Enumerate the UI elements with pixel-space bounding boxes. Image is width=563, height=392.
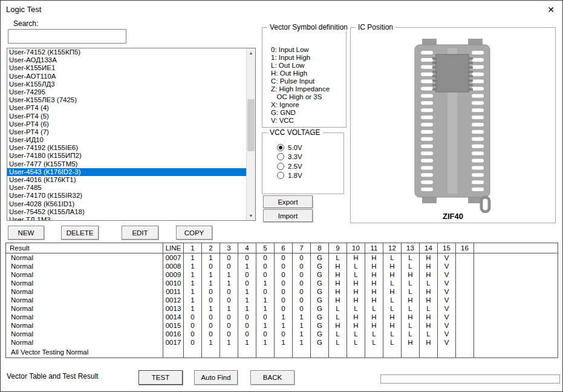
list-item[interactable]: User-75452 (К155ЛА18) — [7, 208, 246, 216]
new-button[interactable]: NEW — [8, 226, 44, 240]
pin-cell: G — [311, 304, 329, 313]
vector-symbol-line: X: Ignore — [271, 101, 343, 109]
scroll-down-icon[interactable]: ▼ — [247, 211, 255, 220]
list-item[interactable]: User-РТ4 (7) — [7, 128, 246, 136]
pin-cell: H — [329, 287, 347, 296]
list-item[interactable]: User-ИД10 — [7, 136, 246, 144]
edit-button[interactable]: EDIT — [122, 226, 158, 240]
list-item[interactable]: User-К155ИЕ1 — [7, 64, 246, 72]
list-item[interactable]: User-4028 (К561ID1) — [7, 200, 246, 208]
radio-icon[interactable] — [277, 153, 284, 160]
list-item[interactable]: User-РТ4 (5) — [7, 113, 246, 120]
pin-cell — [456, 287, 474, 296]
line-cell: 0007 — [163, 253, 184, 262]
pin-cell: H — [402, 338, 420, 347]
pin-cell: 1 — [184, 253, 202, 262]
list-item[interactable]: User-7485 — [7, 184, 246, 192]
copy-button[interactable]: COPY — [176, 226, 212, 240]
pin-cell: H — [329, 321, 347, 330]
close-button[interactable]: ✕ — [544, 3, 558, 16]
pin-cell — [347, 347, 365, 358]
pin-cell: H — [420, 287, 438, 296]
scroll-thumb[interactable] — [247, 99, 255, 151]
pin-cell: 1 — [256, 321, 275, 330]
pin-cell: 1 — [202, 304, 220, 313]
list-item[interactable]: User-74152 (К155КП5) — [7, 48, 246, 56]
pin-cell: 1 — [256, 296, 275, 304]
list-item[interactable]: User-4543 (К176ID2-3) — [7, 168, 246, 176]
row-filler — [474, 253, 558, 262]
row-filler — [474, 330, 558, 338]
pin-cell: H — [420, 262, 438, 270]
list-item[interactable]: User-74295 — [7, 88, 246, 96]
list-item[interactable]: User-7477 (К155ТМ5) — [7, 160, 246, 168]
back-button[interactable]: BACK — [250, 370, 295, 385]
pin-cell: L — [383, 330, 402, 338]
vcc-option-5.0V[interactable]: 5.0V — [277, 143, 341, 152]
list-item[interactable]: User-АОД133А — [7, 56, 246, 64]
vcc-option-1.8V[interactable]: 1.8V — [277, 171, 341, 181]
pin-cell: 0 — [184, 330, 202, 338]
pin-cell: 1 — [220, 338, 238, 347]
pin-cell — [456, 262, 474, 270]
pin-cell: 1 — [238, 304, 256, 313]
pin-cell: G — [311, 279, 329, 287]
pin-cell: H — [402, 313, 420, 321]
pin-cell: 1 — [238, 287, 256, 296]
list-item[interactable]: User-74180 (К155ИП2) — [7, 152, 246, 160]
zif-socket-label: ZIF40 — [351, 212, 555, 221]
list-item[interactable]: User-4016 (К176КТ1) — [7, 176, 246, 184]
auto-find-button[interactable]: Auto Find — [194, 370, 238, 385]
pin-cell — [456, 270, 474, 279]
result-cell: Normal — [6, 321, 163, 330]
result-cell: Normal — [6, 330, 163, 338]
list-item[interactable]: User-К155ЛД3 — [7, 80, 246, 88]
pin-cell: H — [347, 296, 365, 304]
vcc-option-2.5V[interactable]: 2.5V — [277, 162, 341, 171]
list-scrollbar[interactable]: ▲ ▼ — [246, 48, 255, 220]
delete-button[interactable]: DELETE — [61, 226, 99, 240]
vector-symbol-group: Vector Symbol definition 0: Input Low1: … — [262, 27, 347, 128]
pin-cell — [456, 253, 474, 262]
pin-cell: G — [311, 296, 329, 304]
result-table: ResultLINE12345678910111213141516 Normal… — [5, 243, 558, 358]
pin-cell: G — [311, 253, 329, 262]
list-item[interactable]: User-РТ4 (6) — [7, 120, 246, 128]
radio-icon[interactable] — [277, 163, 284, 170]
pin-cell: L — [347, 330, 365, 338]
pin-cell: 0 — [238, 330, 256, 338]
pin-cell: L — [365, 338, 383, 347]
scroll-up-icon[interactable]: ▲ — [247, 48, 255, 57]
pin-cell: V — [438, 279, 456, 287]
list-item[interactable]: User-74170 (К155IR32) — [7, 192, 246, 200]
pin-cell: 0 — [293, 270, 311, 279]
line-cell: 0016 — [163, 330, 184, 338]
import-button[interactable]: Import — [263, 209, 313, 222]
result-cell: Normal — [6, 270, 163, 279]
row-filler — [474, 321, 558, 330]
list-item[interactable]: User-АОТ110А — [7, 73, 246, 80]
list-item[interactable]: User-ТЛ-1М3 — [7, 216, 246, 221]
pin-cell: V — [438, 321, 456, 330]
list-item[interactable]: User-РТ4 (4) — [7, 104, 246, 112]
export-button[interactable]: Export — [263, 195, 313, 208]
list-item[interactable]: User-74192 (К155IE6) — [7, 144, 246, 152]
pin-header: 9 — [329, 243, 347, 253]
vector-symbol-line: C: Pulse Input — [271, 77, 343, 85]
radio-icon[interactable] — [277, 144, 284, 151]
pin-header: 1 — [184, 243, 202, 253]
test-button[interactable]: TEST — [138, 370, 183, 385]
device-list[interactable]: ▲ ▼ User-74152 (К155КП5)User-АОД133АUser… — [7, 48, 256, 221]
radio-icon[interactable] — [277, 172, 284, 179]
vcc-option-3.3V[interactable]: 3.3V — [277, 152, 341, 162]
pin-cell: 1 — [184, 304, 202, 313]
pin-cell: H — [383, 313, 402, 321]
pin-header: 15 — [438, 243, 456, 253]
pin-cell — [220, 347, 238, 358]
list-item[interactable]: User-К155ЛЕ3 (7425) — [7, 96, 246, 104]
pin-cell: 0 — [238, 270, 256, 279]
pin-cell: H — [383, 321, 402, 330]
pin-header: 8 — [311, 243, 329, 253]
pin-cell: 0 — [202, 296, 220, 304]
search-input[interactable] — [8, 29, 126, 44]
